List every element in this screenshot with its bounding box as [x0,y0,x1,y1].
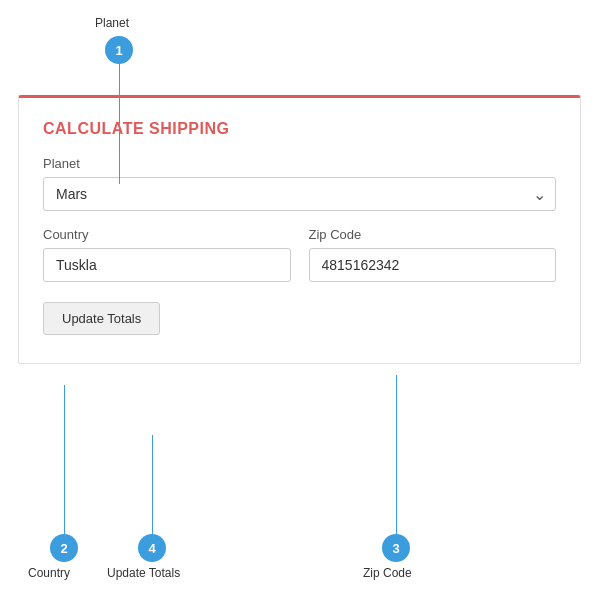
country-input[interactable] [43,248,291,282]
line-4 [152,435,153,537]
bubble-4-label: Update Totals [107,566,180,580]
update-totals-button[interactable]: Update Totals [43,302,160,335]
bubble-1: 1 [105,36,133,64]
zip-field-group: Zip Code [309,227,557,282]
line-2 [64,385,65,535]
bubble-1-label: Planet [95,16,129,30]
bubble-2: 2 [50,534,78,562]
country-field-group: Country [43,227,291,282]
country-label: Country [43,227,291,242]
bubble-2-label: Country [28,566,70,580]
country-zip-row: Country Zip Code [43,227,556,282]
line-3 [396,375,397,535]
zip-label: Zip Code [309,227,557,242]
shipping-calculator-card: CALCULATE SHIPPING Planet Mars Earth Jup… [18,95,581,364]
bubble-3: 3 [382,534,410,562]
bubble-4: 4 [138,534,166,562]
bubble-3-label: Zip Code [363,566,412,580]
line-1 [119,64,120,184]
zip-input[interactable] [309,248,557,282]
